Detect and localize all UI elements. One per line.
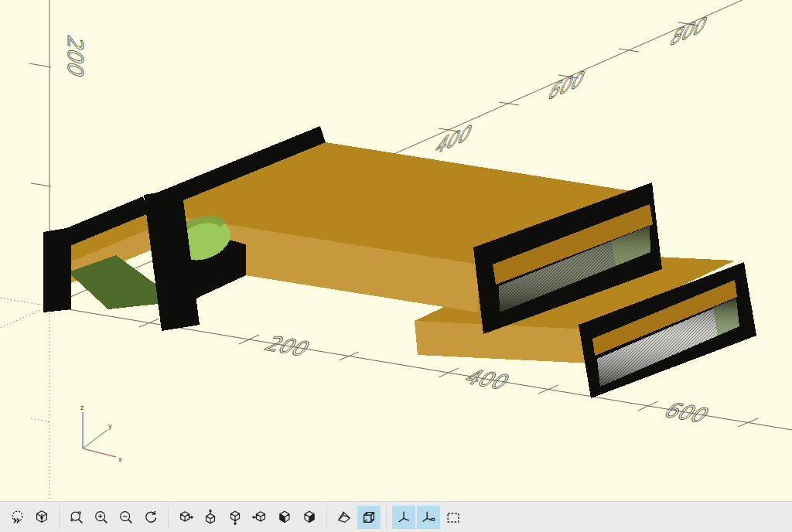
zoom-all-icon [68, 509, 85, 526]
toolbar-separator [386, 506, 387, 528]
x-axis-tick-label: 200 [259, 332, 316, 360]
reset-view-button[interactable] [139, 506, 162, 529]
model [43, 126, 756, 398]
view-bottom-icon [227, 509, 244, 526]
toolbar-separator [326, 506, 327, 528]
zoom-in-button[interactable] [90, 506, 113, 529]
measure-distance-button[interactable] [5, 506, 29, 529]
view-front-icon [276, 509, 293, 526]
toolbar-separator [168, 506, 169, 528]
orthogonal-icon [360, 509, 377, 526]
zoom-out-button[interactable] [114, 506, 138, 529]
view-top-button[interactable] [199, 506, 222, 529]
show-scale-markers-button[interactable] [417, 506, 440, 529]
reset-view-icon [142, 509, 159, 526]
view-all-button[interactable] [442, 506, 465, 529]
3d-scene: 200 200 400 600 400 600 800 [0, 0, 792, 501]
zoom-all-button[interactable] [65, 506, 88, 529]
show-scale-markers-icon [420, 509, 437, 526]
gizmo-x-axis [83, 448, 116, 457]
3d-viewport[interactable]: 200 200 400 600 400 600 800 [0, 0, 792, 501]
gizmo-x-label: x [118, 456, 122, 463]
orthogonal-button[interactable] [357, 506, 381, 529]
view-right-icon [177, 509, 194, 526]
orientation-gizmo: z y x [80, 404, 122, 463]
show-axes-icon [395, 509, 412, 526]
view-back-icon [301, 509, 318, 526]
perspective-icon [336, 509, 353, 526]
view-all-icon [445, 509, 462, 526]
measure-angle-button[interactable] [30, 506, 53, 529]
view-right-button[interactable] [174, 506, 197, 529]
measure-angle-icon [33, 509, 50, 526]
neg-y-axis [0, 306, 50, 328]
measure-distance-icon [9, 509, 26, 526]
gizmo-y-axis [83, 430, 108, 448]
zoom-out-icon [118, 509, 135, 526]
view-left-button[interactable] [248, 506, 271, 529]
gizmo-y-label: y [108, 423, 112, 430]
perspective-button[interactable] [333, 506, 356, 529]
x-axis-tick-label: 600 [658, 398, 715, 427]
z-axis-tick-label: 200 [63, 32, 87, 81]
y-axis-tick-label: 600 [544, 65, 589, 106]
show-axes-button[interactable] [392, 506, 415, 529]
gizmo-z-label: z [80, 404, 84, 411]
toolbar-separator [59, 506, 60, 528]
left-leg [43, 227, 71, 312]
view-top-icon [202, 509, 219, 526]
viewport-toolbar [0, 501, 792, 532]
neg-z-tick [31, 418, 51, 422]
view-left-icon [251, 509, 268, 526]
zoom-in-icon [93, 509, 110, 526]
view-front-button[interactable] [273, 506, 296, 529]
view-back-button[interactable] [298, 506, 321, 529]
neg-x-axis [0, 298, 50, 306]
x-axis-tick-label: 400 [459, 365, 515, 394]
view-bottom-button[interactable] [224, 506, 247, 529]
y-axis-tick-label: 400 [431, 119, 476, 160]
